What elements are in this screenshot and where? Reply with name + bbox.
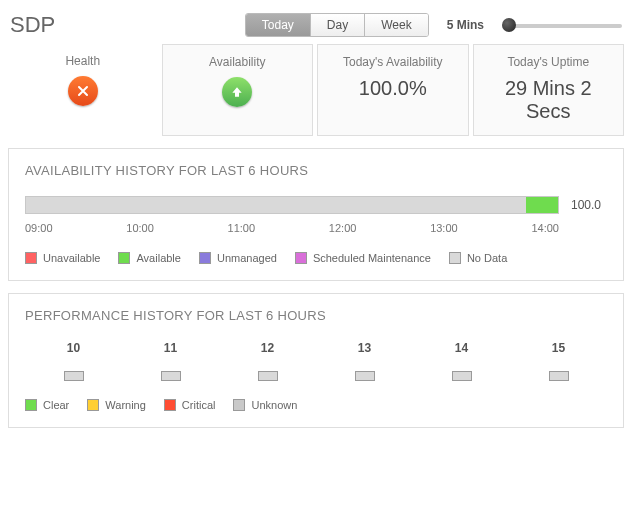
performance-panel-title: PERFORMANCE HISTORY FOR LAST 6 HOURS xyxy=(25,308,607,323)
availability-legend: Unavailable Available Unmanaged Schedule… xyxy=(25,252,607,264)
legend-swatch xyxy=(164,399,176,411)
axis-tick: 14:00 xyxy=(531,222,559,234)
range-option-today[interactable]: Today xyxy=(246,14,310,36)
axis-tick: 12:00 xyxy=(329,222,357,234)
performance-grid: 10 11 12 13 14 15 xyxy=(25,341,607,381)
legend-label: Unknown xyxy=(251,399,297,411)
performance-status-box xyxy=(452,371,472,381)
range-toggle: Today Day Week xyxy=(245,13,429,37)
availability-up-icon xyxy=(222,77,252,107)
legend-swatch xyxy=(118,252,130,264)
performance-status-box xyxy=(161,371,181,381)
legend-label: Available xyxy=(136,252,180,264)
header-bar: SDP Today Day Week 5 Mins xyxy=(8,8,624,44)
legend-label: Clear xyxy=(43,399,69,411)
legend-item: Warning xyxy=(87,399,146,411)
header-controls: Today Day Week 5 Mins xyxy=(245,13,622,37)
availability-bar xyxy=(25,196,559,214)
performance-hour-col: 12 xyxy=(258,341,278,381)
availability-bar-row: 100.0 xyxy=(25,196,607,214)
health-critical-icon xyxy=(68,76,98,106)
performance-status-box xyxy=(258,371,278,381)
legend-item: No Data xyxy=(449,252,507,264)
legend-label: Warning xyxy=(105,399,146,411)
performance-hour-col: 14 xyxy=(452,341,472,381)
legend-swatch xyxy=(25,252,37,264)
legend-swatch xyxy=(449,252,461,264)
performance-hour-col: 11 xyxy=(161,341,181,381)
axis-tick: 11:00 xyxy=(228,222,256,234)
legend-item: Unmanaged xyxy=(199,252,277,264)
card-availability: Availability xyxy=(162,44,314,136)
x-icon xyxy=(75,83,91,99)
legend-swatch xyxy=(199,252,211,264)
axis-tick: 10:00 xyxy=(126,222,154,234)
performance-hour-label: 15 xyxy=(549,341,569,355)
performance-status-box xyxy=(355,371,375,381)
availability-bar-value: 100.0 xyxy=(571,198,607,212)
range-option-day[interactable]: Day xyxy=(310,14,364,36)
card-todays-availability: Today's Availability 100.0% xyxy=(317,44,469,136)
axis-tick: 13:00 xyxy=(430,222,458,234)
legend-swatch xyxy=(25,399,37,411)
legend-swatch xyxy=(233,399,245,411)
availability-panel-title: AVAILABILITY HISTORY FOR LAST 6 HOURS xyxy=(25,163,607,178)
legend-label: No Data xyxy=(467,252,507,264)
performance-hour-label: 14 xyxy=(452,341,472,355)
legend-item: Critical xyxy=(164,399,216,411)
performance-hour-col: 15 xyxy=(549,341,569,381)
legend-label: Unavailable xyxy=(43,252,100,264)
performance-status-box xyxy=(549,371,569,381)
arrow-up-icon xyxy=(229,84,245,100)
legend-item: Available xyxy=(118,252,180,264)
legend-item: Scheduled Maintenance xyxy=(295,252,431,264)
card-todays-uptime-label: Today's Uptime xyxy=(482,55,616,69)
legend-label: Scheduled Maintenance xyxy=(313,252,431,264)
availability-axis: 09:00 10:00 11:00 12:00 13:00 14:00 xyxy=(25,222,607,234)
card-todays-uptime: Today's Uptime 29 Mins 2 Secs xyxy=(473,44,625,136)
performance-hour-label: 10 xyxy=(64,341,84,355)
performance-panel: PERFORMANCE HISTORY FOR LAST 6 HOURS 10 … xyxy=(8,293,624,428)
stats-row: Health Availability Today's Availability… xyxy=(8,44,624,136)
slider-thumb[interactable] xyxy=(502,18,516,32)
performance-hour-label: 13 xyxy=(355,341,375,355)
availability-panel: AVAILABILITY HISTORY FOR LAST 6 HOURS 10… xyxy=(8,148,624,281)
page-title: SDP xyxy=(10,12,55,38)
performance-status-box xyxy=(64,371,84,381)
refresh-interval-label: 5 Mins xyxy=(447,18,484,32)
performance-legend: Clear Warning Critical Unknown xyxy=(25,399,607,411)
card-todays-uptime-value: 29 Mins 2 Secs xyxy=(482,77,616,123)
performance-hour-col: 10 xyxy=(64,341,84,381)
legend-label: Critical xyxy=(182,399,216,411)
legend-item: Unavailable xyxy=(25,252,100,264)
legend-swatch xyxy=(295,252,307,264)
card-todays-availability-value: 100.0% xyxy=(326,77,460,100)
performance-hour-col: 13 xyxy=(355,341,375,381)
legend-label: Unmanaged xyxy=(217,252,277,264)
performance-hour-label: 12 xyxy=(258,341,278,355)
card-todays-availability-label: Today's Availability xyxy=(326,55,460,69)
refresh-slider[interactable] xyxy=(502,18,622,32)
card-health: Health xyxy=(8,44,158,136)
card-availability-label: Availability xyxy=(171,55,305,69)
legend-swatch xyxy=(87,399,99,411)
slider-track xyxy=(502,24,622,28)
legend-item: Unknown xyxy=(233,399,297,411)
performance-hour-label: 11 xyxy=(161,341,181,355)
axis-tick: 09:00 xyxy=(25,222,53,234)
legend-item: Clear xyxy=(25,399,69,411)
availability-bar-fill xyxy=(526,197,558,213)
range-option-week[interactable]: Week xyxy=(364,14,427,36)
card-health-label: Health xyxy=(16,54,150,68)
